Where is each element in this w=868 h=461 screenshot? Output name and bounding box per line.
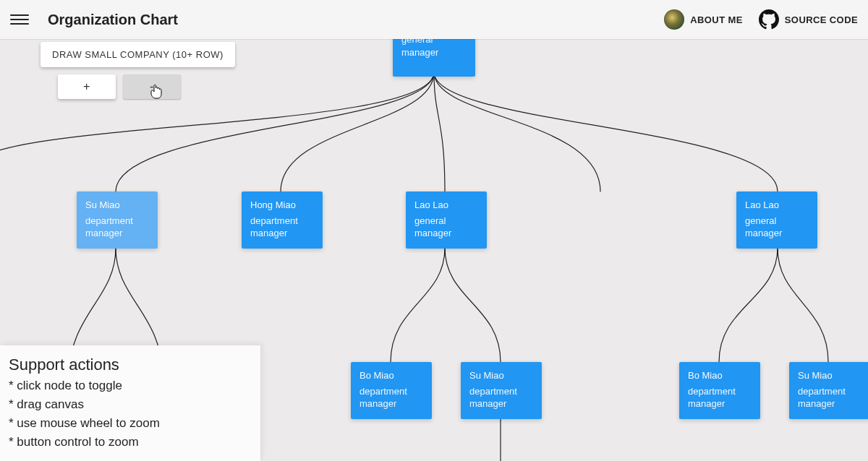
node-name: Su Miao (85, 199, 149, 212)
about-me-label: ABOUT ME (690, 14, 743, 25)
org-node-hong-miao[interactable]: Hong Miao department manager (242, 191, 323, 249)
org-node-bo-miao-1[interactable]: Bo Miao department manager (351, 362, 432, 419)
help-line: * drag canvas (9, 397, 252, 412)
node-name: Bo Miao (688, 369, 752, 382)
node-name: Su Miao (798, 369, 861, 382)
node-title: general manager (414, 215, 478, 240)
help-heading: Support actions (9, 356, 252, 374)
github-icon (759, 9, 779, 30)
avatar-icon (664, 9, 684, 30)
node-name: Bo Miao (359, 369, 423, 382)
node-title: general manager (745, 215, 809, 240)
source-code-label: SOURCE CODE (785, 14, 858, 25)
node-title: department manager (798, 385, 861, 410)
app-header: Organization Chart ABOUT ME SOURCE CODE (0, 0, 868, 39)
org-node-su-miao-3[interactable]: Su Miao department manager (789, 362, 868, 419)
help-line: * click node to toggle (9, 379, 252, 393)
node-title: department manager (250, 215, 314, 240)
node-title: department manager (85, 215, 149, 240)
app-title: Organization Chart (48, 12, 178, 28)
node-name: Su Miao (469, 369, 533, 382)
org-node-su-miao-2[interactable]: Su Miao department manager (461, 362, 542, 419)
org-node-lao-lao-1[interactable]: Lao Lao general manager (406, 191, 487, 249)
node-title: department manager (469, 385, 533, 410)
org-node-su-miao[interactable]: Su Miao department manager (77, 191, 158, 249)
zoom-in-button[interactable]: + (58, 74, 116, 99)
node-title: department manager (359, 385, 423, 410)
toolbar: DRAW SMALL COMPANY (10+ ROW) + - (41, 42, 235, 99)
help-line: * use mouse wheel to zoom (9, 416, 252, 431)
org-node-lao-lao-2[interactable]: Lao Lao general manager (736, 191, 817, 249)
node-name: Hong Miao (250, 199, 314, 212)
node-title: department manager (688, 385, 752, 410)
node-name: Lao Lao (745, 199, 809, 212)
about-me-link[interactable]: ABOUT ME (664, 9, 743, 30)
draw-company-button[interactable]: DRAW SMALL COMPANY (10+ ROW) (41, 42, 235, 67)
zoom-out-button[interactable]: - (123, 74, 181, 99)
source-code-link[interactable]: SOURCE CODE (759, 9, 858, 30)
org-node-bo-miao-2[interactable]: Bo Miao department manager (679, 362, 760, 419)
help-line: * button control to zoom (9, 435, 252, 449)
node-name: Lao Lao (414, 199, 478, 212)
menu-icon[interactable] (10, 10, 29, 29)
help-panel: Support actions * click node to toggle *… (0, 345, 260, 461)
